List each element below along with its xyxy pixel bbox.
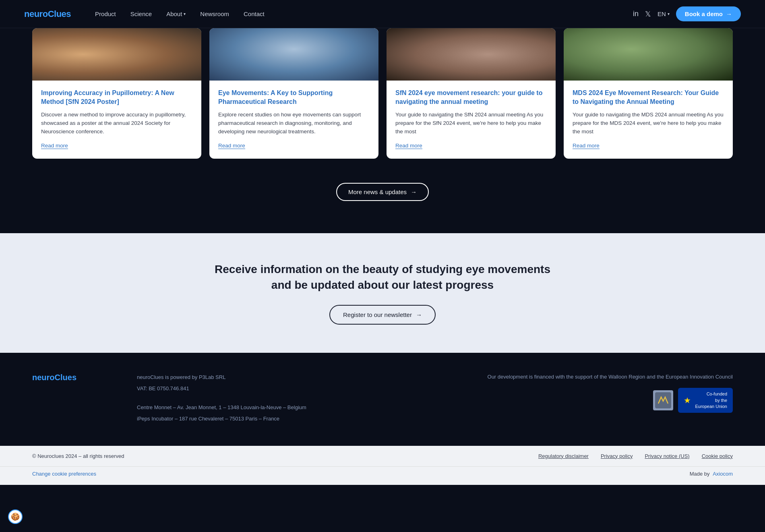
card-desc-3: Your guide to navigating the SfN 2024 an…	[395, 111, 547, 136]
nav-newsroom[interactable]: Newsroom	[200, 10, 229, 17]
newsletter-title-line1: Receive information on the beauty of stu…	[215, 263, 550, 275]
logo-accent: Clues	[48, 9, 71, 19]
eu-stars-icon: ★	[684, 395, 691, 405]
walloon-logo	[655, 392, 671, 408]
card-title-1[interactable]: Improving Accuracy in Pupillometry: A Ne…	[41, 89, 192, 106]
privacy-policy-link[interactable]: Privacy policy	[601, 453, 633, 459]
card-body-2: Eye Movements: A Key to Supporting Pharm…	[209, 81, 378, 159]
nav-about-label: About	[166, 10, 182, 17]
logo-text: neuro	[24, 9, 48, 19]
svg-point-2	[71, 40, 81, 50]
news-card-3: SfN 2024 eye movement research: your gui…	[387, 28, 556, 159]
lang-label: EN	[657, 10, 666, 17]
nav-product[interactable]: Product	[95, 10, 116, 17]
svg-rect-1	[70, 48, 82, 72]
svg-point-32	[643, 32, 653, 42]
more-news-label: More news & updates	[348, 188, 407, 195]
newsletter-section: Receive information on the beauty of stu…	[0, 233, 765, 353]
footer-address-line2: iPeps Incubator – 187 rue Chevaleret – 7…	[137, 414, 463, 423]
news-section: Improving Accuracy in Pupillometry: A Ne…	[0, 28, 765, 233]
svg-point-29	[657, 46, 675, 68]
svg-rect-33	[594, 44, 602, 62]
nav-right: in 𝕏 EN ▾ Book a demo →	[633, 6, 741, 21]
newsletter-btn-label: Register to our newsletter	[343, 311, 412, 318]
svg-rect-25	[586, 28, 711, 81]
lang-chevron-icon: ▾	[668, 12, 670, 16]
twitter-icon[interactable]: 𝕏	[645, 10, 651, 19]
news-card-4: MDS 2024 Eye Movement Research: Your Gui…	[564, 28, 733, 159]
read-more-3[interactable]: Read more	[395, 143, 422, 149]
footer-very-bottom: Change cookie preferences Made by Axioco…	[0, 466, 765, 485]
svg-point-21	[439, 40, 503, 68]
card-body-3: SfN 2024 eye movement research: your gui…	[387, 81, 556, 159]
newsletter-title-line2: and be updated about our latest progress	[271, 279, 494, 291]
card-title-2[interactable]: Eye Movements: A Key to Supporting Pharm…	[218, 89, 370, 106]
read-more-1[interactable]: Read more	[41, 143, 68, 149]
svg-point-28	[618, 46, 634, 66]
nav-links: Product Science About ▾ Newsroom Contact	[95, 10, 633, 17]
footer-funding-text: Our development is financed with the sup…	[488, 373, 733, 381]
footer-logo[interactable]: neuroClues	[32, 373, 113, 382]
made-by-label: Made by	[690, 471, 710, 477]
cookie-policy-link[interactable]: Cookie policy	[702, 453, 733, 459]
nav-contact[interactable]: Contact	[244, 10, 265, 17]
svg-rect-31	[645, 40, 651, 62]
linkedin-icon[interactable]: in	[633, 10, 639, 18]
svg-rect-20	[409, 28, 533, 81]
footer-main: neuroClues neuroClues is powered by P3La…	[0, 353, 765, 445]
svg-point-4	[99, 37, 110, 48]
read-more-4[interactable]: Read more	[573, 143, 600, 149]
svg-rect-34	[699, 42, 709, 62]
svg-rect-9	[146, 45, 168, 46]
svg-rect-8	[146, 40, 168, 43]
card-desc-4: Your guide to navigating the MDS 2024 an…	[573, 111, 724, 136]
svg-rect-0	[54, 28, 179, 81]
svg-rect-12	[232, 28, 356, 81]
footer-logo-text: neuro	[32, 373, 55, 382]
read-more-2[interactable]: Read more	[218, 143, 245, 149]
more-news-wrap: More news & updates →	[32, 179, 733, 209]
footer-company-line1: neuroClues is powered by P3Lab SRL	[137, 373, 463, 382]
card-image-1	[32, 28, 201, 81]
news-card-1: Improving Accuracy in Pupillometry: A Ne…	[32, 28, 201, 159]
book-demo-label: Book a demo	[685, 10, 723, 17]
footer-links: Regulatory disclaimer Privacy policy Pri…	[538, 453, 733, 459]
copyright-text: © Neuroclues 2024 – all rights reserved	[32, 453, 530, 459]
nav-about[interactable]: About ▾	[166, 10, 186, 17]
svg-point-30	[679, 43, 702, 68]
card-image-3	[387, 28, 556, 81]
axiocom-link[interactable]: Axiocom	[713, 471, 733, 477]
card-image-svg-4	[564, 28, 733, 81]
svg-rect-15	[290, 32, 298, 35]
svg-rect-10	[146, 48, 162, 50]
change-cookie-preferences-link[interactable]: Change cookie preferences	[32, 471, 96, 477]
more-news-button[interactable]: More news & updates →	[336, 183, 429, 201]
svg-rect-14	[286, 34, 302, 38]
footer-funding-column: Our development is financed with the sup…	[488, 373, 733, 413]
news-card-2: Eye Movements: A Key to Supporting Pharm…	[209, 28, 378, 159]
privacy-notice-us-link[interactable]: Privacy notice (US)	[645, 453, 689, 459]
svg-point-22	[451, 46, 491, 62]
footer-logo-accent: Clues	[55, 373, 76, 382]
card-title-3[interactable]: SfN 2024 eye movement research: your gui…	[395, 89, 547, 106]
nav-science[interactable]: Science	[130, 10, 152, 17]
navbar: neuroClues Product Science About ▾ Newsr…	[0, 0, 765, 28]
newsletter-button[interactable]: Register to our newsletter →	[329, 305, 436, 325]
arrow-right-icon: →	[726, 10, 732, 17]
regulatory-disclaimer-link[interactable]: Regulatory disclaimer	[538, 453, 589, 459]
card-image-2	[209, 28, 378, 81]
svg-rect-3	[99, 46, 111, 72]
newsletter-title: Receive information on the beauty of stu…	[32, 261, 733, 293]
chevron-down-icon: ▾	[184, 12, 186, 16]
svg-point-6	[124, 43, 132, 52]
made-by-text: Made by Axiocom	[690, 471, 733, 477]
svg-point-13	[278, 34, 310, 75]
language-selector[interactable]: EN ▾	[657, 10, 670, 17]
card-body-1: Improving Accuracy in Pupillometry: A Ne…	[32, 81, 201, 159]
book-demo-button[interactable]: Book a demo →	[676, 6, 741, 21]
svg-point-16	[282, 52, 306, 68]
svg-rect-7	[143, 36, 171, 72]
nav-logo[interactable]: neuroClues	[24, 9, 71, 19]
footer-company-line2: VAT: BE 0750.746.841	[137, 384, 463, 393]
card-title-4[interactable]: MDS 2024 Eye Movement Research: Your Gui…	[573, 89, 724, 106]
